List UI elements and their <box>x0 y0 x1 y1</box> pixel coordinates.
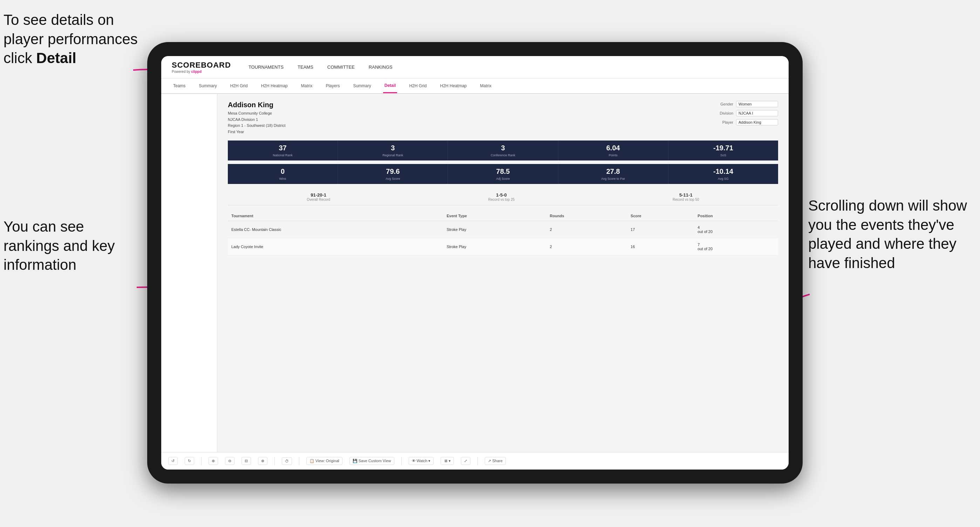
toolbar-zoom-in[interactable]: ⊕ <box>208 457 218 465</box>
toolbar-view-original[interactable]: 📋 View: Original <box>306 457 342 465</box>
player-label: Player <box>714 120 733 124</box>
stat-value-conference-rank: 3 <box>451 144 555 152</box>
sub-nav-detail[interactable]: Detail <box>383 78 398 93</box>
sub-nav-summary[interactable]: Summary <box>197 78 218 93</box>
toolbar-share[interactable]: ↗ Share <box>485 457 506 465</box>
toolbar-fit[interactable]: ⊟ <box>242 457 251 465</box>
nav-committee[interactable]: COMMITTEE <box>328 63 355 71</box>
division-control-row: Division NJCAA I NJCAA II <box>714 110 778 116</box>
annotation-bold: Detail <box>36 50 76 66</box>
record-value-overall: 91-20-1 <box>307 192 330 198</box>
toolbar-display[interactable]: 🖥 ▾ <box>441 457 454 465</box>
logo-brand: clippd <box>191 70 202 74</box>
player-division: NJCAA Division 1 <box>228 117 285 123</box>
table-row: Estella CC- Mountain Classic Stroke Play… <box>228 221 778 238</box>
sub-nav-summary2[interactable]: Summary <box>352 78 372 93</box>
stat-label-conference-rank: Conference Rank <box>451 154 555 157</box>
stat-label-regional-rank: Regional Rank <box>341 154 445 157</box>
toolbar-undo[interactable]: ↺ <box>168 457 178 465</box>
cell-position-2: 7out of 20 <box>694 238 778 256</box>
table-row: Lady Coyote Invite Stroke Play 2 16 7out… <box>228 238 778 256</box>
player-select[interactable]: Addison King <box>736 119 778 125</box>
stat-value-points: 6.04 <box>561 144 665 152</box>
sub-nav: Teams Summary H2H Grid H2H Heatmap Matri… <box>161 78 789 94</box>
annotation-right: Scrolling down will show you the events … <box>808 196 977 273</box>
records-row: 91-20-1 Overall Record 1-5-0 Record vs t… <box>228 189 778 205</box>
record-value-top25: 1-5-0 <box>488 192 515 198</box>
sub-nav-h2h-grid[interactable]: H2H Grid <box>229 78 249 93</box>
sub-nav-players[interactable]: Players <box>324 78 341 93</box>
cell-score-2: 16 <box>627 238 694 256</box>
stat-value-sos: -19.71 <box>671 144 775 152</box>
toolbar-redo[interactable]: ↻ <box>185 457 194 465</box>
record-label-top25: Record vs top 25 <box>488 198 515 202</box>
stat-value-national-rank: 37 <box>231 144 335 152</box>
toolbar-zoom-custom[interactable]: ⊕ <box>258 457 267 465</box>
content-area: Addison King Mesa Community College NJCA… <box>217 94 789 452</box>
stat-avg-sg: -10.14 Avg SG <box>668 164 778 184</box>
stat-adj-score: 78.5 Adj Score <box>448 164 558 184</box>
col-event-type: Event Type <box>443 211 546 221</box>
stat-label-avg-sg: Avg SG <box>671 177 775 181</box>
table-body: Estella CC- Mountain Classic Stroke Play… <box>228 221 778 256</box>
table-header: Tournament Event Type Rounds Score Posit… <box>228 211 778 221</box>
stat-value-regional-rank: 3 <box>341 144 445 152</box>
col-tournament: Tournament <box>228 211 443 221</box>
player-controls: Gender Women Men Division NJCAA I NJCAA … <box>714 101 778 135</box>
cell-event-type-2: Stroke Play <box>443 238 546 256</box>
stat-label-wins: Wins <box>231 177 335 181</box>
stat-value-avg-score-par: 27.8 <box>561 167 665 176</box>
toolbar-expand[interactable]: ⤢ <box>461 457 470 465</box>
cell-rounds-1: 2 <box>546 221 627 238</box>
logo-sub: Powered by clippd <box>172 70 231 74</box>
stat-avg-score: 79.6 Avg Score <box>338 164 448 184</box>
toolbar-sep-3 <box>299 457 299 465</box>
sub-nav-h2h-heatmap2[interactable]: H2H Heatmap <box>439 78 468 93</box>
sub-nav-h2h-heatmap[interactable]: H2H Heatmap <box>260 78 289 93</box>
cell-score-1: 17 <box>627 221 694 238</box>
division-select[interactable]: NJCAA I NJCAA II <box>736 110 778 116</box>
stat-national-rank: 37 National Rank <box>228 141 338 160</box>
nav-tournaments[interactable]: TOURNAMENTS <box>248 63 283 71</box>
cell-tournament-2: Lady Coyote Invite <box>228 238 443 256</box>
left-sidebar <box>161 94 217 452</box>
stat-label-points: Points <box>561 154 665 157</box>
annotation-bottom-left: You can see rankings and key information <box>3 217 137 275</box>
cell-rounds-2: 2 <box>546 238 627 256</box>
nav-rankings[interactable]: RANKINGS <box>369 63 393 71</box>
toolbar-watch[interactable]: 👁 Watch ▾ <box>409 457 434 465</box>
nav-teams[interactable]: TEAMS <box>298 63 313 71</box>
player-college: Mesa Community College <box>228 110 285 117</box>
toolbar-save-custom[interactable]: 💾 Save Custom View <box>350 457 394 465</box>
stat-label-avg-score-par: Avg Score to Par <box>561 177 665 181</box>
gender-select[interactable]: Women Men <box>736 101 778 107</box>
toolbar-timer[interactable]: ⏱ <box>282 457 292 465</box>
top-nav: SCOREBOARD Powered by clippd TOURNAMENTS… <box>161 56 789 78</box>
cell-event-type-1: Stroke Play <box>443 221 546 238</box>
toolbar-zoom-out[interactable]: ⊖ <box>225 457 234 465</box>
stat-label-sos: SoS <box>671 154 775 157</box>
stats-row-2: 0 Wins 79.6 Avg Score 78.5 Adj Score 27.… <box>228 164 778 184</box>
stat-avg-score-par: 27.8 Avg Score to Par <box>558 164 668 184</box>
main-content: Addison King Mesa Community College NJCA… <box>161 94 789 452</box>
sub-nav-matrix2[interactable]: Matrix <box>479 78 493 93</box>
tournament-table: Tournament Event Type Rounds Score Posit… <box>228 211 778 256</box>
toolbar-sep-4 <box>401 457 402 465</box>
bottom-toolbar: ↺ ↻ ⊕ ⊖ ⊟ ⊕ ⏱ 📋 View: Original 💾 Save Cu… <box>161 452 789 470</box>
player-name: Addison King <box>228 101 285 109</box>
sub-nav-teams[interactable]: Teams <box>172 78 187 93</box>
nav-items: TOURNAMENTS TEAMS COMMITTEE RANKINGS <box>248 63 393 71</box>
toolbar-sep-5 <box>477 457 478 465</box>
sub-nav-matrix[interactable]: Matrix <box>300 78 314 93</box>
logo-text: SCOREBOARD <box>172 60 231 70</box>
stat-wins: 0 Wins <box>228 164 338 184</box>
gender-label: Gender <box>714 102 733 106</box>
division-label: Division <box>714 111 733 115</box>
logo-area: SCOREBOARD Powered by clippd <box>172 60 231 74</box>
tablet-screen: SCOREBOARD Powered by clippd TOURNAMENTS… <box>161 56 789 470</box>
stat-value-avg-sg: -10.14 <box>671 167 775 176</box>
record-value-top50: 5-11-1 <box>673 192 699 198</box>
record-top25: 1-5-0 Record vs top 25 <box>488 192 515 202</box>
player-region: Region 1 - Southwest (18) District <box>228 123 285 129</box>
sub-nav-h2h-grid2[interactable]: H2H Grid <box>407 78 428 93</box>
